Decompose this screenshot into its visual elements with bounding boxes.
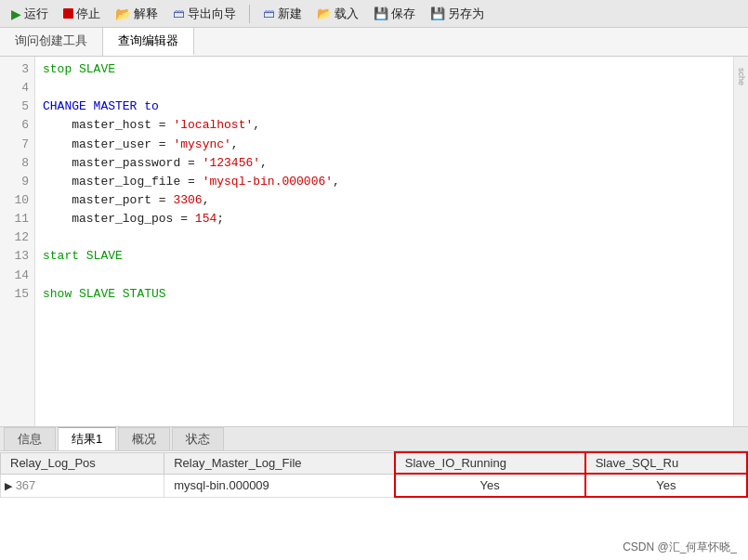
result-tab-overview-label: 概况	[132, 432, 156, 446]
tab-query-editor[interactable]: 查询编辑器	[103, 28, 194, 56]
export-icon: 🗃	[173, 7, 185, 20]
col-header-relay-master-log-file: Relay_Master_Log_File	[164, 452, 395, 474]
code-editor[interactable]: 3 4 5 6 7 8 9 10 11 12 13 14 15 stop SLA…	[0, 57, 748, 427]
result-tabs-bar: 信息 结果1 概况 状态	[0, 427, 748, 451]
load-button[interactable]: 📂 载入	[311, 4, 364, 24]
cell-slave-io-running: Yes	[395, 474, 585, 497]
result-tab-result1[interactable]: 结果1	[58, 427, 116, 450]
run-icon: ▶	[11, 7, 21, 21]
result-tab-info[interactable]: 信息	[4, 427, 56, 450]
results-area: Relay_Log_Pos Relay_Master_Log_File Slav…	[0, 451, 748, 560]
results-table: Relay_Log_Pos Relay_Master_Log_File Slav…	[0, 451, 748, 498]
toolbar: ▶ 运行 停止 📂 解释 🗃 导出向导 🗃 新建 📂 载入 💾 保存 💾 另存为	[0, 0, 748, 28]
result-tab-overview[interactable]: 概况	[118, 427, 170, 450]
save-label: 保存	[391, 6, 415, 22]
scrollbar-hint: sche	[733, 57, 748, 426]
cell-relay-master-log-file: mysql-bin.000009	[164, 474, 395, 497]
stop-label: 停止	[76, 6, 100, 22]
main-container: 3 4 5 6 7 8 9 10 11 12 13 14 15 stop SLA…	[0, 57, 748, 560]
tab-query-editor-label: 查询编辑器	[118, 33, 178, 47]
cell-row-arrow: ▶ 367	[1, 474, 164, 497]
new-icon: 🗃	[263, 7, 275, 20]
cell-relay-log-pos: 367	[16, 478, 36, 492]
result-tab-status-label: 状态	[186, 432, 210, 446]
interpret-icon: 📂	[115, 7, 131, 21]
run-label: 运行	[24, 6, 48, 22]
code-text[interactable]: stop SLAVE CHANGE MASTER to master_host …	[35, 57, 748, 426]
saveas-label: 另存为	[448, 6, 484, 22]
col-header-slave-sql-ru: Slave_SQL_Ru	[585, 452, 747, 474]
main-tabs: 询问创建工具 查询编辑器	[0, 28, 748, 57]
watermark: CSDN @汇_何草怀晓_	[623, 540, 737, 555]
new-button[interactable]: 🗃 新建	[257, 4, 308, 24]
load-icon: 📂	[317, 7, 332, 20]
toolbar-separator	[249, 5, 250, 23]
tab-query-create-label: 询问创建工具	[15, 33, 87, 47]
saveas-button[interactable]: 💾 另存为	[425, 4, 490, 24]
line-numbers: 3 4 5 6 7 8 9 10 11 12 13 14 15	[0, 57, 35, 426]
col-header-slave-io-running: Slave_IO_Running	[395, 452, 585, 474]
run-button[interactable]: ▶ 运行	[6, 4, 54, 24]
row-arrow-icon: ▶	[5, 480, 12, 491]
table-header-row: Relay_Log_Pos Relay_Master_Log_File Slav…	[1, 452, 748, 474]
saveas-icon: 💾	[430, 7, 445, 20]
save-icon: 💾	[374, 7, 388, 20]
result-tab-result1-label: 结果1	[72, 432, 102, 446]
interpret-button[interactable]: 📂 解释	[110, 4, 164, 24]
stop-icon	[63, 8, 73, 19]
export-label: 导出向导	[188, 6, 236, 22]
result-tab-status[interactable]: 状态	[172, 427, 224, 450]
new-label: 新建	[278, 6, 302, 22]
stop-button[interactable]: 停止	[58, 4, 106, 24]
cell-slave-sql-running: Yes	[585, 474, 747, 497]
load-label: 载入	[335, 6, 359, 22]
table-row: ▶ 367 mysql-bin.000009 Yes Yes	[1, 474, 748, 497]
interpret-label: 解释	[134, 6, 158, 22]
col-header-relay-log-pos: Relay_Log_Pos	[1, 452, 164, 474]
result-tab-info-label: 信息	[18, 432, 42, 446]
scroll-label: sche	[737, 68, 746, 85]
export-button[interactable]: 🗃 导出向导	[167, 4, 242, 24]
tab-query-create[interactable]: 询问创建工具	[0, 28, 103, 56]
save-button[interactable]: 💾 保存	[368, 4, 421, 24]
